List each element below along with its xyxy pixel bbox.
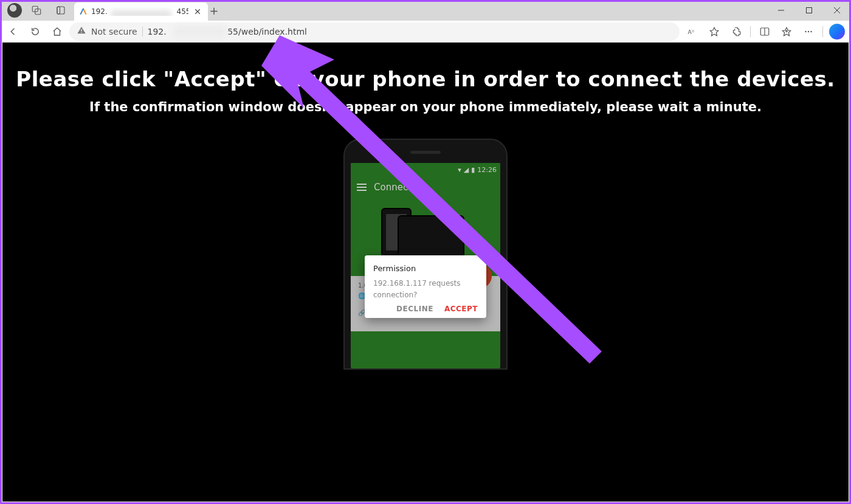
- read-aloud-icon[interactable]: A⁾⁾: [682, 21, 703, 42]
- phone-app-header: Connect PC: [351, 176, 500, 198]
- svg-point-14: [808, 30, 809, 32]
- close-tab-icon[interactable]: [192, 6, 203, 17]
- phone-app-title: Connect PC: [374, 182, 426, 193]
- phone-illustration: ▾ ◢ ▮ 12:26 Connect PC 📶: [343, 139, 508, 370]
- svg-rect-5: [807, 8, 812, 13]
- maximize-button[interactable]: [795, 0, 823, 21]
- svg-point-13: [805, 30, 806, 32]
- not-secure-icon: [77, 26, 86, 37]
- headline: Please click "Accept" on your phone in o…: [2, 67, 849, 91]
- toolbar-divider: [822, 26, 823, 37]
- close-window-button[interactable]: [823, 0, 851, 21]
- more-icon[interactable]: [798, 21, 819, 42]
- url-text: 192. 55/web/index.html: [148, 27, 307, 36]
- collections-icon[interactable]: [776, 21, 797, 42]
- window-titlebar: 192. 455/web/index +: [0, 0, 851, 21]
- copilot-button[interactable]: [827, 21, 847, 42]
- signal-icon: ▾: [458, 166, 461, 174]
- redacted-blur: [173, 26, 227, 38]
- battery-icon: ▮: [471, 166, 475, 174]
- dialog-title: Permission: [373, 264, 478, 273]
- back-button[interactable]: [4, 22, 23, 41]
- address-bar: Not secure 192. 55/web/index.html A⁾⁾: [0, 21, 851, 43]
- titlebar-left: [0, 0, 71, 21]
- svg-rect-2: [57, 7, 64, 14]
- tab-favicon-icon: [79, 7, 88, 16]
- window-controls: [767, 0, 851, 21]
- signal-bars-icon: ◢: [464, 166, 469, 174]
- svg-text:A⁾⁾: A⁾⁾: [688, 29, 695, 35]
- svg-point-15: [810, 30, 811, 32]
- favorite-icon[interactable]: [704, 21, 725, 42]
- split-screen-icon[interactable]: [754, 21, 775, 42]
- toolbar-divider: [750, 26, 751, 37]
- phone-statusbar: ▾ ◢ ▮ 12:26: [351, 163, 500, 176]
- status-time: 12:26: [477, 166, 497, 174]
- decline-button[interactable]: DECLINE: [396, 305, 433, 313]
- redacted-blur: [111, 10, 171, 16]
- page-viewport: Please click "Accept" on your phone in o…: [2, 43, 849, 502]
- permission-dialog: Permission 192.168.1.117 requests connec…: [365, 255, 486, 318]
- tab-title: 192. 455/web/index: [91, 7, 188, 16]
- toolbar-right: A⁾⁾: [682, 21, 847, 42]
- dialog-message: 192.168.1.117 requests connection?: [373, 278, 478, 301]
- active-tab[interactable]: 192. 455/web/index: [74, 2, 208, 21]
- hamburger-icon: [357, 184, 367, 191]
- svg-rect-6: [81, 29, 81, 31]
- subheadline: If the confirmation window doesn't appea…: [2, 100, 849, 114]
- tab-actions-icon[interactable]: [51, 1, 71, 20]
- minimize-button[interactable]: [767, 0, 795, 21]
- omnibox-divider: [142, 27, 143, 36]
- page-content: Please click "Accept" on your phone in o…: [2, 43, 849, 502]
- svg-rect-3: [57, 7, 60, 14]
- workspaces-icon[interactable]: [27, 1, 46, 20]
- refresh-button[interactable]: [26, 22, 45, 41]
- omnibox[interactable]: Not secure 192. 55/web/index.html: [69, 22, 680, 41]
- profile-avatar[interactable]: [7, 3, 22, 18]
- security-label: Not secure: [91, 27, 137, 36]
- extensions-icon[interactable]: [726, 21, 746, 42]
- home-button[interactable]: [47, 22, 67, 41]
- svg-rect-7: [81, 32, 81, 33]
- accept-button[interactable]: ACCEPT: [444, 305, 478, 313]
